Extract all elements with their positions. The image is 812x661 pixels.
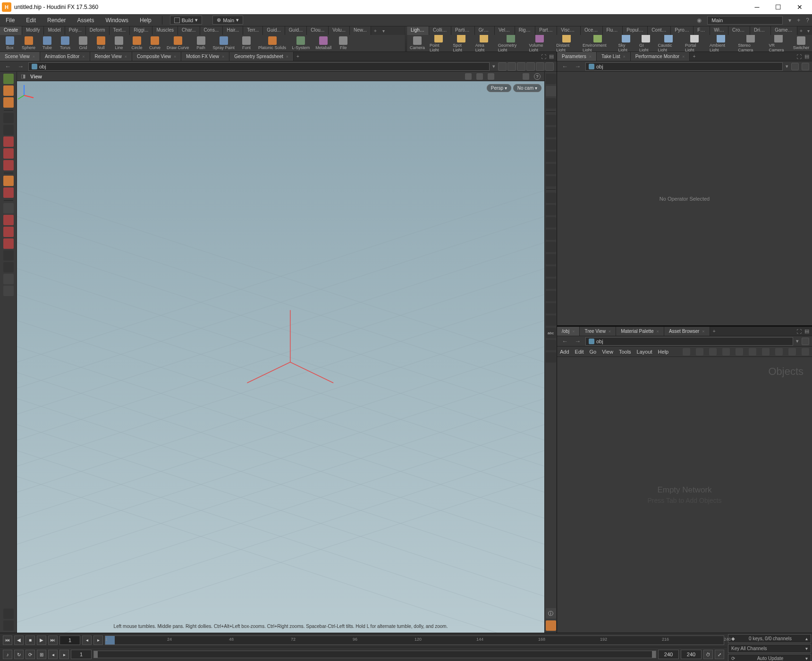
move-tool[interactable]: [3, 125, 14, 135]
network-toolbar-icon[interactable]: [709, 348, 717, 356]
shelf-tab[interactable]: Deform: [86, 26, 110, 35]
chevron-down-icon[interactable]: ▾: [786, 63, 788, 69]
shelf-tab[interactable]: Muscles: [152, 26, 178, 35]
maximize-pane-icon[interactable]: ⛶: [540, 54, 547, 59]
shelf-tab[interactable]: Grains: [475, 26, 495, 35]
shelf-tab[interactable]: Particles: [451, 26, 475, 35]
info-icon[interactable]: ⓘ: [546, 608, 556, 619]
shelf-tool-volume-light[interactable]: Volume Light: [526, 35, 554, 51]
field-icon[interactable]: [546, 279, 556, 289]
close-tab-icon[interactable]: ×: [657, 329, 659, 334]
step-fwd-icon[interactable]: ▸: [59, 650, 69, 659]
hq-lighting-icon[interactable]: [546, 176, 556, 186]
network-menu-view[interactable]: View: [602, 349, 613, 355]
pane-tab[interactable]: Tree View×: [580, 327, 616, 336]
range-start[interactable]: 1: [71, 650, 92, 659]
pin-icon[interactable]: [802, 338, 809, 345]
pin-icon[interactable]: [498, 62, 507, 71]
range-end[interactable]: 240: [658, 650, 679, 659]
shelf-tab[interactable]: Contai...: [648, 26, 671, 35]
network-toolbar-icon[interactable]: [749, 348, 756, 356]
shelf-tab[interactable]: Hair...: [223, 26, 243, 35]
shelf-tab[interactable]: Create: [0, 26, 22, 35]
shelf-tool-null[interactable]: Null: [92, 36, 110, 51]
menu-edit[interactable]: Edit: [23, 16, 39, 25]
pane-tab[interactable]: Take List×: [597, 52, 631, 61]
shelf-tab[interactable]: Guid...: [263, 26, 285, 35]
shelf-add-button[interactable]: +: [371, 26, 380, 35]
loop-icon[interactable]: ↻: [14, 650, 24, 659]
key-all-button[interactable]: Key All Channels ▾: [728, 644, 811, 653]
close-tab-icon[interactable]: ×: [222, 54, 224, 59]
shelf-tool-switcher[interactable]: Switcher: [791, 36, 811, 51]
shelf-tab[interactable]: Oceans: [581, 26, 603, 35]
menu-assets[interactable]: Assets: [74, 16, 97, 25]
flipbook-tool[interactable]: [3, 227, 14, 237]
color-icon[interactable]: [546, 340, 556, 350]
shelf-tool-torus[interactable]: Torus: [56, 36, 74, 51]
shelf-tool-platonic-solids[interactable]: Platonic Solids: [255, 36, 289, 51]
scene-path-input[interactable]: obj: [28, 62, 490, 71]
pane-tab[interactable]: Performance Monitor×: [631, 52, 690, 61]
rotate-tool[interactable]: [3, 136, 14, 147]
add-icon[interactable]: +: [797, 17, 800, 24]
maximize-pane-icon[interactable]: ⛶: [795, 329, 803, 334]
network-toolbar-icon[interactable]: [802, 348, 809, 356]
shelf-tab[interactable]: Poly...: [65, 26, 86, 35]
snap-tool[interactable]: [3, 187, 14, 198]
shelf-tool-area-light[interactable]: Area Light: [473, 35, 495, 51]
nav-back-icon[interactable]: ←: [3, 63, 13, 70]
network-toolbar-icon[interactable]: [762, 348, 770, 356]
options-tool[interactable]: [3, 262, 14, 272]
shelf-tool-curve[interactable]: Curve: [146, 36, 164, 51]
maximize-pane-icon[interactable]: ⛶: [795, 54, 803, 59]
close-tab-icon[interactable]: ×: [682, 54, 685, 59]
pane-tab[interactable]: Asset Browser×: [664, 327, 710, 336]
close-tab-icon[interactable]: ×: [609, 329, 611, 334]
desktop-selector-right[interactable]: ⊕ Main ▾: [212, 16, 243, 25]
select-tool[interactable]: [3, 74, 14, 84]
material-icon[interactable]: [546, 164, 556, 174]
shelf-tab[interactable]: Model: [44, 26, 65, 35]
visibility-icon[interactable]: [526, 62, 535, 71]
shelf-tab[interactable]: Fluid...: [603, 26, 623, 35]
range-handle-start[interactable]: [94, 651, 98, 658]
pin-icon[interactable]: [791, 63, 799, 70]
network-menu-layout[interactable]: Layout: [637, 349, 652, 355]
shelf-tab[interactable]: Viscou...: [557, 26, 581, 35]
cache-icon[interactable]: [3, 620, 14, 631]
misc-tool[interactable]: [3, 286, 14, 296]
shelf-tool-gi-light[interactable]: GI Light: [636, 35, 655, 51]
guide-icon[interactable]: [546, 229, 556, 240]
show-icon[interactable]: [546, 193, 556, 203]
snap-multi-icon[interactable]: [488, 73, 494, 80]
shelf-tab[interactable]: Wires: [710, 26, 728, 35]
close-button[interactable]: ✕: [789, 0, 810, 14]
shelf-dropdown-icon[interactable]: ▾: [805, 26, 812, 35]
shelf-tab[interactable]: Modify: [22, 26, 44, 35]
close-tab-icon[interactable]: ×: [82, 54, 85, 59]
shelf-tool-caustic-light[interactable]: Caustic Light: [655, 35, 683, 51]
add-tab-button[interactable]: +: [710, 327, 719, 336]
shelf-tool-geometry-light[interactable]: Geometry Light: [495, 35, 526, 51]
shelf-tab[interactable]: Guid...: [285, 26, 307, 35]
nav-forward-icon[interactable]: →: [16, 63, 25, 70]
shelf-tab[interactable]: Lights...: [407, 26, 429, 35]
pane-tab[interactable]: Composite View×: [132, 52, 181, 61]
close-tab-icon[interactable]: ×: [33, 54, 35, 59]
menu-file[interactable]: File: [3, 16, 17, 25]
point-display-icon[interactable]: [546, 115, 556, 125]
snap-point-icon[interactable]: [476, 73, 483, 80]
shelf-tab[interactable]: Clou...: [307, 26, 329, 35]
snap-grid-icon[interactable]: [465, 73, 472, 80]
shelf-tool-ambient-light[interactable]: Ambient Light: [707, 35, 735, 51]
close-tab-icon[interactable]: ×: [702, 329, 704, 334]
display-icon[interactable]: [546, 86, 556, 96]
network-canvas[interactable]: Objects Empty Network Press Tab to Add O…: [557, 357, 812, 633]
network-menu-go[interactable]: Go: [590, 349, 597, 355]
close-tab-icon[interactable]: ×: [623, 54, 625, 59]
verts-icon[interactable]: [546, 303, 556, 314]
keys-status[interactable]: ◆ 0 keys, 0/0 channels ▴: [728, 634, 811, 643]
shelf-tab[interactable]: Riggi...: [130, 26, 152, 35]
pane-tab[interactable]: Material Palette×: [616, 327, 664, 336]
